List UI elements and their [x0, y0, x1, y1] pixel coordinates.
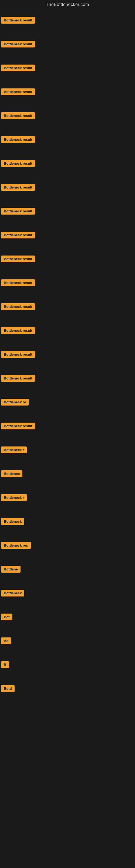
bottleneck-badge[interactable]: Bottleneck result: [1, 327, 35, 334]
bottleneck-item: Bottleneck result: [0, 294, 135, 318]
bottleneck-badge[interactable]: Bottleneck result: [1, 423, 35, 429]
bottleneck-item: Bottleneck r: [0, 438, 135, 462]
bottleneck-badge[interactable]: Bottleneck result: [1, 160, 35, 167]
bottleneck-item: Bottleneck result: [0, 104, 135, 127]
bottleneck-item: Bottleneck result: [0, 32, 135, 56]
bottleneck-item: Bottlene: [0, 557, 135, 581]
bottleneck-item: Bottlenec: [0, 462, 135, 486]
bottleneck-item: Bottleneck result: [0, 271, 135, 294]
bottleneck-badge[interactable]: Bottleneck result: [1, 351, 35, 358]
bottleneck-item: Bottleneck result: [0, 247, 135, 271]
bottleneck-badge[interactable]: Bottleneck re: [1, 399, 29, 405]
bottleneck-item: Bottleneck result: [0, 223, 135, 247]
bottleneck-item: Bottleneck result: [0, 80, 135, 104]
bottleneck-badge[interactable]: Bottlene: [1, 566, 20, 572]
bottleneck-badge[interactable]: Bottleneck result: [1, 112, 35, 119]
bottleneck-item: Bottleneck: [0, 509, 135, 533]
bottleneck-badge[interactable]: Bottleneck result: [1, 303, 35, 310]
bottleneck-item: Bottleneck result: [0, 414, 135, 438]
bottleneck-badge[interactable]: Bo: [1, 638, 11, 644]
bottleneck-item: Bottl: [0, 677, 135, 701]
bottleneck-badge[interactable]: Bottleneck result: [1, 208, 35, 215]
bottleneck-badge[interactable]: Bottleneck res: [1, 542, 31, 549]
bottleneck-badge[interactable]: Bottleneck result: [1, 88, 35, 95]
bottleneck-badge[interactable]: Bottlenec: [1, 470, 22, 477]
bottleneck-item: Bottleneck result: [0, 342, 135, 366]
bottleneck-item: Bottleneck result: [0, 56, 135, 80]
bottleneck-badge[interactable]: Bottleneck result: [1, 41, 35, 48]
bottleneck-item: Bottleneck result: [0, 318, 135, 342]
bottleneck-item: Bottleneck result: [0, 8, 135, 32]
bottleneck-badge[interactable]: Bottleneck result: [1, 375, 35, 382]
bottleneck-badge[interactable]: Bottleneck: [1, 590, 24, 596]
bottleneck-badge[interactable]: Bottleneck result: [1, 17, 35, 24]
bottleneck-badge[interactable]: Bot: [1, 614, 12, 620]
bottleneck-item: Bottleneck r: [0, 486, 135, 509]
bottleneck-item: Bottleneck result: [0, 127, 135, 151]
bottleneck-badge[interactable]: Bottleneck r: [1, 446, 27, 453]
bottleneck-item: Bottleneck result: [0, 199, 135, 223]
bottleneck-item: Bot: [0, 605, 135, 629]
bottleneck-badge[interactable]: Bottleneck: [1, 518, 24, 525]
site-title: TheBottlenecker.com: [0, 0, 135, 8]
bottleneck-badge[interactable]: Bottleneck result: [1, 184, 35, 191]
bottleneck-item: Bottleneck result: [0, 175, 135, 199]
bottleneck-item: Bottleneck result: [0, 366, 135, 390]
bottleneck-badge[interactable]: B: [1, 661, 9, 668]
bottleneck-item: B: [0, 653, 135, 677]
bottleneck-badge[interactable]: Bottleneck result: [1, 255, 35, 262]
bottleneck-badge[interactable]: Bottleneck result: [1, 65, 35, 71]
bottleneck-badge[interactable]: Bottleneck result: [1, 136, 35, 143]
bottleneck-item: Bottleneck: [0, 581, 135, 605]
bottleneck-item: Bo: [0, 629, 135, 653]
bottleneck-item: Bottleneck re: [0, 390, 135, 414]
bottleneck-badge[interactable]: Bottleneck result: [1, 279, 35, 286]
bottleneck-item: Bottleneck res: [0, 533, 135, 557]
bottleneck-item: Bottleneck result: [0, 151, 135, 175]
bottleneck-badge[interactable]: Bottleneck result: [1, 231, 35, 239]
bottleneck-badge[interactable]: Bottleneck r: [1, 494, 27, 501]
bottleneck-badge[interactable]: Bottl: [1, 685, 14, 692]
